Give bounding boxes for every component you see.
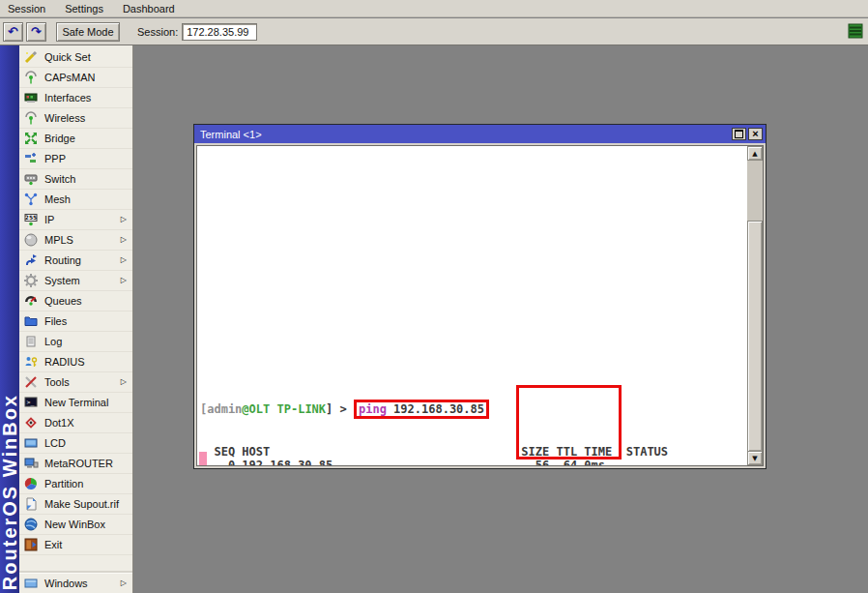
submenu-arrow-icon: ▷: [121, 255, 127, 264]
svg-text:255: 255: [25, 214, 38, 221]
sidebar-item-label: MPLS: [44, 234, 73, 246]
sidebar-item-label: Windows: [44, 578, 88, 589]
sidebar-item-label: Files: [44, 315, 67, 327]
maximize-button[interactable]: [732, 128, 746, 140]
prompt-suffix: ] >: [326, 402, 354, 416]
sidebar-item-label: CAPsMAN: [44, 72, 96, 83]
terminal-screen-icon: >_: [23, 395, 39, 410]
gear-icon: [23, 273, 39, 288]
submenu-arrow-icon: ▷: [121, 578, 127, 587]
sidebar-item-capsman[interactable]: CAPsMAN: [19, 68, 132, 88]
sidebar-item-mesh[interactable]: Mesh: [19, 190, 132, 210]
lcd-screen-icon: [23, 435, 39, 451]
sidebar-menu: Quick SetCAPsMANInterfacesWirelessBridge…: [19, 45, 133, 593]
close-icon: ×: [752, 129, 758, 139]
undo-button[interactable]: ↶: [3, 22, 23, 42]
terminal-titlebar[interactable]: Terminal <1> ×: [194, 125, 766, 143]
sidebar-item-label: Queues: [44, 295, 82, 307]
sidebar-item-label: MetaROUTER: [44, 458, 113, 469]
sidebar-item-mpls[interactable]: MPLS▷: [19, 230, 132, 251]
globe-icon: [23, 517, 39, 532]
safe-mode-label: Safe Mode: [62, 26, 113, 38]
sidebar-item-new-terminal[interactable]: >_New Terminal: [19, 393, 132, 413]
scroll-up-button[interactable]: ▲: [747, 146, 763, 161]
menu-dashboard[interactable]: Dashboard: [123, 3, 175, 15]
scrollbar-thumb[interactable]: [747, 221, 763, 452]
terminal-prompt-line: [admin@OLT TP-LINK] > ping 192.168.30.85: [200, 402, 743, 417]
sidebar-item-dot1x[interactable]: Dot1X: [19, 413, 132, 433]
supout-doc-icon: [23, 496, 39, 512]
sidebar-item-label: RADIUS: [44, 356, 85, 368]
sidebar-item-label: Exit: [44, 539, 62, 550]
brand-strip: RouterOS WinBox: [0, 45, 19, 593]
terminal-frame: [admin@OLT TP-LINK] > ping 192.168.30.85…: [194, 143, 766, 468]
connection-indicator-icon: [848, 23, 863, 39]
sidebar-item-label: Routing: [44, 254, 81, 266]
sidebar-item-new-winbox[interactable]: New WinBox: [19, 515, 132, 535]
sidebar-item-label: Log: [44, 336, 62, 347]
sidebar-item-files[interactable]: Files: [19, 311, 132, 332]
terminal-text: [admin@OLT TP-LINK] > ping 192.168.30.85…: [200, 374, 743, 466]
session-label: Session:: [137, 26, 178, 38]
safe-mode-button[interactable]: Safe Mode: [56, 22, 120, 42]
terminal-title: Terminal <1>: [200, 129, 730, 140]
sidebar-item-label: Quick Set: [44, 51, 91, 63]
window-screen-icon: [23, 576, 39, 591]
winbox-app: SessionSettingsDashboard ↶ ↷ Safe Mode S…: [0, 0, 868, 593]
sidebar-item-label: Mesh: [44, 193, 71, 205]
sidebar-item-lcd[interactable]: LCD: [19, 433, 132, 454]
terminal-content[interactable]: [admin@OLT TP-LINK] > ping 192.168.30.85…: [196, 145, 764, 466]
exit-door-icon: [23, 537, 39, 552]
sidebar-item-log[interactable]: Log: [19, 332, 132, 352]
sidebar-item-quick-set[interactable]: Quick Set: [19, 47, 132, 68]
sidebar-item-wireless[interactable]: Wireless: [19, 108, 132, 129]
undo-icon: ↶: [8, 25, 18, 38]
menu-session[interactable]: Session: [8, 3, 45, 15]
redo-icon: ↷: [31, 25, 42, 38]
sidebar-item-ip[interactable]: 255IP▷: [19, 210, 132, 230]
sidebar-item-label: Wireless: [44, 112, 85, 124]
sidebar-item-queues[interactable]: Queues: [19, 291, 132, 311]
folder-icon: [23, 313, 39, 329]
menu-bar: SessionSettingsDashboard: [0, 0, 868, 17]
sidebar-item-switch[interactable]: Switch: [19, 169, 132, 190]
sidebar-item-label: Switch: [44, 173, 75, 185]
submenu-arrow-icon: ▷: [121, 235, 127, 244]
sidebar-item-exit[interactable]: Exit: [19, 535, 132, 555]
sphere-icon: [23, 232, 39, 248]
sidebar-item-label: Interfaces: [44, 92, 91, 104]
sidebar-item-label: Tools: [44, 376, 70, 388]
prompt-user: [admin: [200, 402, 242, 416]
close-button[interactable]: ×: [748, 128, 763, 140]
sidebar-item-system[interactable]: System▷: [19, 271, 132, 291]
sidebar-item-tools[interactable]: Tools▷: [19, 372, 132, 393]
sidebar-item-label: System: [44, 275, 80, 286]
session-address-field[interactable]: 172.28.35.99: [182, 23, 257, 41]
sidebar-item-interfaces[interactable]: Interfaces: [19, 88, 132, 108]
redo-button[interactable]: ↷: [26, 22, 46, 42]
sidebar-item-metarouter[interactable]: MetaROUTER: [19, 454, 132, 474]
log-paper-icon: [23, 334, 39, 349]
sidebar-item-label: New Terminal: [44, 397, 108, 408]
menu-settings[interactable]: Settings: [65, 3, 103, 15]
sidebar-item-partition[interactable]: Partition: [19, 474, 132, 494]
sidebar-item-windows[interactable]: Windows▷: [19, 574, 132, 593]
terminal-cursor: [199, 452, 207, 465]
sidebar-item-routing[interactable]: Routing▷: [19, 251, 132, 271]
sidebar-item-make-supout-rif[interactable]: Make Supout.rif: [19, 494, 132, 515]
routing-arrows-icon: [23, 252, 39, 268]
sidebar-item-label: PPP: [44, 153, 66, 164]
pie-chart-icon: [23, 476, 39, 491]
sidebar-item-bridge[interactable]: Bridge: [19, 129, 132, 149]
mesh-nodes-icon: [23, 192, 39, 207]
brand-vertical-text: RouterOS WinBox: [0, 394, 19, 590]
prompt-host: @OLT TP-LINK: [242, 402, 326, 416]
sidebar-item-ppp[interactable]: PPP: [19, 149, 132, 169]
sidebar-item-label: Partition: [44, 478, 83, 489]
scroll-down-button[interactable]: ▼: [747, 451, 763, 465]
sidebar-spacer: [19, 555, 132, 571]
ip-255-icon: 255: [23, 212, 39, 227]
sidebar-item-radius[interactable]: RADIUS: [19, 352, 132, 372]
command-argument: 192.168.30.85: [387, 402, 484, 416]
ppp-links-icon: [23, 151, 39, 166]
